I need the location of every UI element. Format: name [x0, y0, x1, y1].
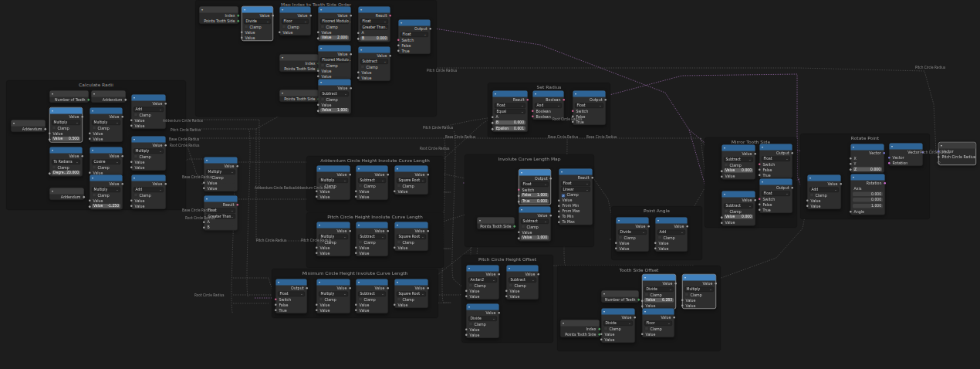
socket-float[interactable] — [317, 70, 319, 73]
socket-float[interactable] — [350, 53, 353, 56]
node-map-range[interactable]: ▾Map RangeResultFloat⌄Linear⌄✓ClampValue… — [559, 168, 593, 225]
node-header[interactable]: ▾Switch — [519, 170, 551, 176]
collapse-icon[interactable]: ▾ — [206, 157, 235, 164]
collapse-icon[interactable]: ▾ — [468, 304, 496, 310]
node-header[interactable]: ▾Combine XYZ — [851, 144, 884, 151]
socket-float[interactable] — [759, 204, 761, 206]
socket-float[interactable] — [316, 310, 318, 312]
collapse-icon[interactable]: ▾ — [521, 207, 548, 213]
socket-float[interactable] — [558, 199, 560, 201]
collapse-icon[interactable]: ▾ — [397, 166, 425, 172]
collapse-icon[interactable]: ▾ — [941, 143, 973, 149]
socket-v[interactable] — [884, 152, 886, 154]
dropdown-multiply[interactable]: Multiply⌄ — [52, 120, 80, 125]
collapse-icon[interactable]: ▾ — [762, 179, 789, 185]
node-multiply-half[interactable]: ▾MultiplyValueMultiply⌄ClampValueValue0.… — [49, 107, 83, 143]
checkbox-clamp[interactable] — [321, 63, 325, 67]
socket-float[interactable] — [357, 32, 360, 34]
socket-b[interactable] — [759, 164, 761, 166]
node-add-point-angle[interactable]: ▾AddValueAdd⌄ClampValueValue — [655, 217, 688, 252]
socket-float[interactable] — [275, 304, 277, 306]
socket-float[interactable] — [130, 200, 133, 202]
socket-float[interactable] — [792, 152, 794, 154]
dropdown-divide[interactable]: Divide⌄ — [468, 316, 497, 321]
dropdown-floor[interactable]: Floor⌄ — [282, 19, 309, 24]
socket-float[interactable] — [203, 221, 205, 223]
node-group-input-index-3[interactable]: ▾Group InputIndexPoints Tooth Side — [560, 320, 600, 337]
socket-float[interactable] — [387, 174, 390, 176]
dropdown-float[interactable]: Float⌄ — [400, 32, 428, 37]
socket-float[interactable] — [203, 226, 205, 229]
socket-f[interactable] — [316, 110, 319, 113]
node-header[interactable]: ▾Divide — [617, 218, 649, 224]
node-header[interactable]: ▾Rotate Vector — [890, 144, 923, 150]
checkbox-clamp[interactable] — [134, 193, 138, 197]
node-header[interactable]: ▾Add — [808, 175, 841, 181]
value-slider[interactable]: Degre..20.000 — [52, 171, 80, 175]
value-slider[interactable]: Value0.000 — [724, 168, 753, 173]
socket-float[interactable] — [317, 32, 319, 34]
dropdown-subtract[interactable]: Subtract⌄ — [358, 178, 386, 183]
socket-float[interactable] — [759, 209, 761, 212]
dropdown-floored-modulo[interactable]: Floored Modulo⌄ — [320, 57, 349, 63]
collapse-icon[interactable]: ▾ — [603, 291, 636, 297]
node-header[interactable]: ▾Square Root — [395, 166, 428, 172]
socket-float[interactable] — [241, 32, 243, 34]
node-header[interactable]: ▾Equal — [493, 91, 528, 97]
dropdown-divide[interactable]: Divide⌄ — [244, 19, 271, 24]
socket-float[interactable] — [654, 242, 657, 245]
socket-float[interactable] — [130, 167, 133, 169]
collapse-icon[interactable]: ▾ — [575, 91, 603, 97]
socket-float[interactable] — [715, 283, 718, 285]
collapse-icon[interactable]: ▾ — [133, 95, 163, 101]
collapse-icon[interactable]: ▾ — [244, 7, 270, 13]
value-slider[interactable]: Value1.000 — [521, 235, 549, 240]
socket-float[interactable] — [430, 28, 432, 30]
collapse-icon[interactable]: ▾ — [603, 309, 632, 315]
checkbox-clamp[interactable] — [645, 293, 649, 296]
dropdown-float[interactable]: Float⌄ — [762, 191, 790, 196]
socket-float[interactable] — [122, 155, 124, 157]
node-header[interactable]: ▾Subtract — [359, 47, 390, 53]
socket-b[interactable] — [572, 110, 574, 113]
checkbox-clamp[interactable] — [469, 322, 473, 326]
node-divide-index[interactable]: ▾DivideValueDivide⌄ClampValueValue — [601, 308, 635, 343]
socket-float[interactable] — [850, 211, 852, 213]
socket-float[interactable] — [558, 205, 560, 207]
dropdown-float[interactable]: Float⌄ — [561, 181, 590, 186]
dropdown-to-radians[interactable]: To Radians⌄ — [52, 159, 80, 164]
collapse-icon[interactable]: ▾ — [360, 7, 387, 13]
node-subtract-min-len[interactable]: ▾SubtractValueSubtract⌄ClampValueValue — [356, 279, 388, 313]
node-add-rotate[interactable]: ▾AddValueAdd⌄ClampValueValue — [807, 174, 841, 209]
dropdown-subtract[interactable]: Subtract⌄ — [320, 91, 349, 96]
dropdown-multiply[interactable]: Multiply⌄ — [206, 169, 235, 174]
socket-float[interactable] — [592, 177, 594, 179]
collapse-icon[interactable]: ▾ — [724, 191, 752, 198]
socket-float[interactable] — [122, 183, 124, 185]
checkbox-clamp[interactable] — [522, 225, 525, 229]
checkbox-clamp[interactable] — [134, 113, 138, 117]
collapse-icon[interactable]: ▾ — [358, 279, 385, 286]
collapse-icon[interactable]: ▾ — [521, 170, 548, 176]
collapse-icon[interactable]: ▾ — [535, 91, 561, 97]
node-subtract-pitch-offset[interactable]: ▾SubtractValueSubtract⌄ClampValueValue — [506, 265, 539, 300]
socket-f[interactable] — [491, 127, 494, 130]
socket-float[interactable] — [355, 310, 357, 312]
socket-float[interactable] — [681, 300, 684, 302]
checkbox-clamp[interactable] — [397, 297, 401, 301]
socket-float[interactable] — [721, 175, 723, 178]
node-editor-canvas[interactable]: Calculate RadiiMap Index to Tooth Side O… — [0, 0, 980, 369]
socket-f[interactable] — [720, 170, 723, 173]
node-arctan2[interactable]: ▾Arctan2ValueArctan2⌄ClampValueValue — [466, 265, 499, 300]
socket-float[interactable] — [641, 333, 644, 336]
socket-float[interactable] — [806, 205, 809, 208]
socket-float[interactable] — [279, 32, 281, 34]
dropdown-arctan-[interactable]: Arctan2⌄ — [468, 277, 497, 283]
collapse-icon[interactable]: ▾ — [92, 108, 120, 114]
socket-r[interactable] — [884, 182, 887, 184]
socket-float[interactable] — [427, 287, 430, 289]
socket-float[interactable] — [755, 153, 757, 155]
collapse-icon[interactable]: ▾ — [891, 144, 920, 150]
node-header[interactable]: ▾Group Input — [280, 90, 319, 96]
collapse-icon[interactable]: ▾ — [13, 120, 42, 127]
